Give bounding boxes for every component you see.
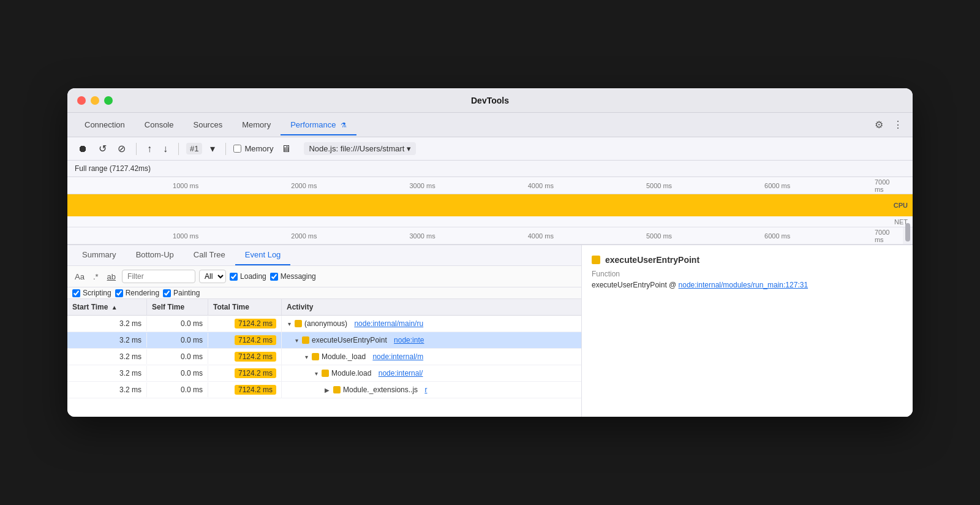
rendering-checkbox-input[interactable] — [115, 289, 123, 297]
th-start-time[interactable]: Start Time ▲ — [67, 299, 147, 315]
td-total-time-2: 7124.2 ms — [208, 349, 282, 365]
divider-1 — [136, 143, 137, 155]
cpu-label: CPU — [894, 202, 908, 209]
filter-input[interactable] — [122, 270, 195, 283]
td-activity-2: ▾ Module._load node:internal/m — [282, 349, 581, 364]
profile-label: #1 — [186, 143, 202, 154]
td-total-time-0: 7124.2 ms — [208, 316, 282, 332]
subtab-bottom-up[interactable]: Bottom-Up — [126, 245, 184, 265]
reload-button[interactable]: ↺ — [96, 141, 110, 156]
tab-performance[interactable]: Performance ⚗ — [281, 115, 356, 135]
activity-link-2[interactable]: node:internal/m — [372, 352, 423, 361]
mark2-5000: 5000 ms — [646, 232, 672, 240]
activity-name-2: Module._load — [322, 352, 366, 361]
tabs-bar: Connection Console Sources Memory Perfor… — [67, 113, 913, 137]
record-button[interactable]: ⏺ — [75, 142, 91, 156]
upload-button[interactable]: ↑ — [144, 142, 155, 156]
memory-icon[interactable]: 🖥 — [278, 142, 294, 156]
rendering-checkbox[interactable]: Rendering — [115, 289, 159, 297]
activity-icon-3 — [322, 370, 329, 377]
activity-link-3[interactable]: node:internal/ — [379, 369, 423, 378]
messaging-checkbox-input[interactable] — [270, 273, 278, 281]
minimize-button[interactable] — [91, 96, 99, 105]
scripting-checkbox-input[interactable] — [72, 289, 80, 297]
memory-checkbox[interactable]: Memory — [233, 144, 273, 153]
tab-console[interactable]: Console — [135, 115, 184, 135]
settings-button[interactable]: ⚙ — [872, 116, 886, 133]
download-button[interactable]: ↓ — [160, 142, 171, 156]
table-row[interactable]: 3.2 ms 0.0 ms 7124.2 ms ▾ Module.load no… — [67, 365, 581, 382]
expand-btn-4[interactable]: ▶ — [323, 387, 331, 393]
expand-btn-0[interactable]: ▾ — [287, 321, 292, 327]
mark2-4000: 4000 ms — [528, 232, 554, 240]
traffic-lights — [77, 96, 113, 105]
loading-checkbox-input[interactable] — [230, 273, 238, 281]
activity-name-0: (anonymous) — [304, 319, 347, 328]
th-total-time[interactable]: Total Time — [208, 299, 282, 315]
memory-checkbox-input[interactable] — [233, 145, 241, 153]
mark-7000: 7000 ms — [875, 178, 900, 193]
right-panel: executeUserEntryPoint Function executeUs… — [582, 245, 913, 417]
scripting-checkbox[interactable]: Scripting — [72, 289, 111, 297]
mark2-6000: 6000 ms — [764, 232, 790, 240]
subtab-call-tree[interactable]: Call Tree — [184, 245, 235, 265]
close-button[interactable] — [77, 96, 86, 105]
th-activity[interactable]: Activity — [282, 299, 581, 315]
text-case-button[interactable]: Aa — [72, 271, 87, 283]
expand-btn-2[interactable]: ▾ — [304, 354, 309, 360]
td-self-time-2: 0.0 ms — [147, 349, 208, 364]
table-row[interactable]: 3.2 ms 0.0 ms 7124.2 ms ▾ executeUserEnt… — [67, 332, 581, 349]
expand-btn-1[interactable]: ▾ — [294, 337, 300, 344]
tab-sources[interactable]: Sources — [183, 115, 232, 135]
left-panel: Summary Bottom-Up Call Tree Event Log Aa… — [67, 245, 582, 417]
whole-word-button[interactable]: ab — [105, 271, 118, 283]
scrollbar-thumb[interactable] — [905, 223, 910, 241]
painting-checkbox[interactable]: Painting — [163, 289, 200, 297]
painting-checkbox-input[interactable] — [163, 289, 171, 297]
timeline-ruler-bottom: 1000 ms 2000 ms 3000 ms 4000 ms 5000 ms … — [67, 227, 913, 245]
loading-checkbox[interactable]: Loading — [230, 272, 266, 281]
net-bar: NET — [67, 216, 913, 227]
td-self-time-3: 0.0 ms — [147, 366, 208, 381]
td-total-time-4: 7124.2 ms — [208, 382, 282, 398]
devtools-window: DevTools Connection Console Sources Memo… — [67, 88, 913, 417]
activity-name-4: Module._extensions..js — [343, 385, 418, 394]
toolbar: ⏺ ↺ ⊘ ↑ ↓ #1 ▾ Memory 🖥 Node.js: file://… — [67, 137, 913, 161]
mark-3000: 3000 ms — [409, 182, 435, 189]
messaging-checkbox[interactable]: Messaging — [270, 272, 316, 281]
subtab-summary[interactable]: Summary — [72, 245, 126, 265]
filter-bar: Aa .* ab All Loading Messaging — [67, 266, 581, 287]
maximize-button[interactable] — [104, 96, 113, 105]
table-row[interactable]: 3.2 ms 0.0 ms 7124.2 ms ▶ Module._extens… — [67, 382, 581, 398]
activity-link-0[interactable]: node:internal/main/ru — [354, 319, 423, 328]
more-button[interactable]: ⋮ — [891, 116, 905, 133]
activity-link-1[interactable]: node:inte — [394, 336, 424, 344]
cpu-bar: CPU — [67, 194, 913, 216]
painting-label: Painting — [173, 289, 200, 297]
td-start-time-4: 3.2 ms — [67, 382, 147, 397]
full-range: Full range (7127.42ms) — [67, 161, 913, 177]
expand-btn-3[interactable]: ▾ — [314, 370, 319, 377]
th-self-time[interactable]: Self Time — [147, 299, 208, 315]
td-activity-4: ▶ Module._extensions..js r — [282, 382, 581, 397]
td-activity-1: ▾ executeUserEntryPoint node:inte — [282, 333, 581, 347]
activity-link-4[interactable]: r — [424, 385, 427, 394]
activity-icon-2 — [312, 353, 319, 360]
tab-memory[interactable]: Memory — [232, 115, 281, 135]
sort-icon: ▲ — [111, 304, 118, 311]
timeline-ruler-top: 1000 ms 2000 ms 3000 ms 4000 ms 5000 ms … — [67, 177, 913, 194]
bottom-panel: Summary Bottom-Up Call Tree Event Log Aa… — [67, 245, 913, 417]
table-row[interactable]: 3.2 ms 0.0 ms 7124.2 ms ▾ Module._load n… — [67, 349, 581, 365]
target-selector[interactable]: Node.js: file:///Users/stmart ▾ — [304, 142, 416, 155]
category-select[interactable]: All — [199, 270, 226, 283]
table-row[interactable]: 3.2 ms 0.0 ms 7124.2 ms ▾ (anonymous) no… — [67, 316, 581, 332]
td-self-time-0: 0.0 ms — [147, 316, 208, 331]
tab-connection[interactable]: Connection — [75, 115, 135, 135]
detail-link[interactable]: node:internal/modules/run_main:127:31 — [679, 281, 808, 289]
subtab-event-log[interactable]: Event Log — [235, 245, 291, 265]
profile-dropdown[interactable]: ▾ — [207, 141, 218, 156]
detail-type: Function — [592, 270, 903, 278]
clear-button[interactable]: ⊘ — [115, 141, 129, 156]
regex-button[interactable]: .* — [91, 271, 101, 283]
detail-description: executeUserEntryPoint @ node:internal/mo… — [592, 281, 903, 289]
